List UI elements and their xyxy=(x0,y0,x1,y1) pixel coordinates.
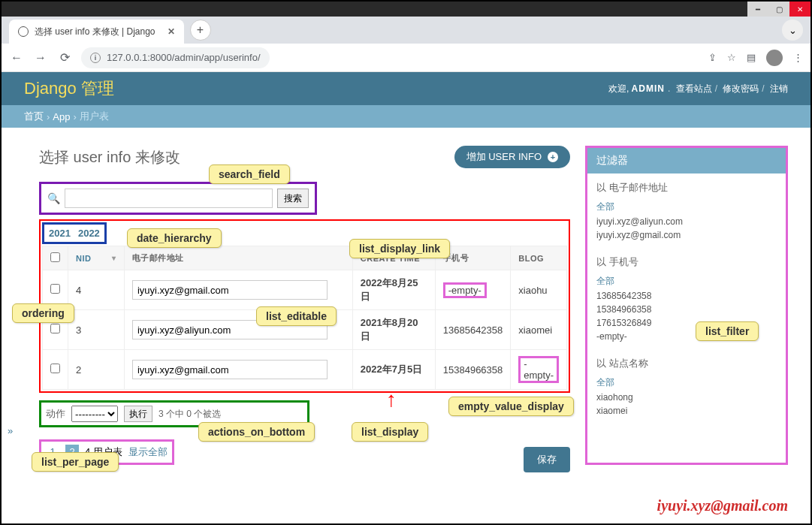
page-content: Django 管理 欢迎, ADMIN. 查看站点/ 修改密码/ 注销 首页› … xyxy=(2,72,810,523)
breadcrumb-app[interactable]: App xyxy=(53,111,70,122)
site-info-icon[interactable]: i xyxy=(90,53,101,63)
filter-item[interactable]: 13685642358 xyxy=(596,291,777,301)
reading-list-icon[interactable]: ▤ xyxy=(747,52,756,63)
th-blog[interactable]: BLOG xyxy=(511,246,567,270)
email-field[interactable] xyxy=(132,320,328,339)
table-row: 2 2022年7月5日 15384966358 -empty- xyxy=(43,350,567,390)
show-all-link[interactable]: 显示全部 xyxy=(128,445,168,459)
brand-title: Django 管理 xyxy=(24,77,114,100)
new-tab-button[interactable]: + xyxy=(190,20,211,41)
url-text: 127.0.0.1:8000/admin/app/userinfo/ xyxy=(107,52,261,63)
phone-cell: -empty- xyxy=(443,282,487,298)
date-hierarchy-year[interactable]: 2021 xyxy=(49,228,71,239)
url-box[interactable]: i 127.0.0.1:8000/admin/app/userinfo/ xyxy=(81,47,270,68)
date-hierarchy: 2021 2022 xyxy=(42,222,107,244)
globe-icon xyxy=(18,26,29,37)
filter-title: 过滤器 xyxy=(587,148,786,173)
share-icon[interactable]: ⇪ xyxy=(708,52,717,63)
th-email[interactable]: 电子邮件地址 xyxy=(124,246,352,270)
search-input[interactable] xyxy=(65,189,273,208)
row-checkbox[interactable] xyxy=(50,364,60,373)
profile-avatar-icon[interactable] xyxy=(766,50,783,66)
actions-go-button[interactable]: 执行 xyxy=(124,406,152,422)
window-minimize-button[interactable]: ━ xyxy=(747,2,768,17)
filter-item[interactable]: 15384966358 xyxy=(596,304,777,315)
address-bar: ← → ⟳ i 127.0.0.1:8000/admin/app/userinf… xyxy=(2,44,810,72)
page-title: 选择 user info 来修改 xyxy=(39,147,180,167)
date-hierarchy-year[interactable]: 2022 xyxy=(78,228,100,239)
pagination-total: 4 用户表 xyxy=(85,445,122,459)
nav-back-icon[interactable]: ← xyxy=(9,51,24,65)
breadcrumb-home[interactable]: 首页 xyxy=(24,110,44,123)
sidebar-toggle-icon[interactable]: » xyxy=(8,425,13,436)
actions-label: 动作 xyxy=(46,407,65,421)
filter-by-site: 以 站点名称 xyxy=(596,357,777,370)
sort-caret-icon: ▾ xyxy=(112,254,116,262)
filter-item[interactable]: xiaohong xyxy=(596,392,777,403)
view-site-link[interactable]: 查看站点 xyxy=(676,83,712,94)
row-checkbox[interactable] xyxy=(50,284,60,294)
browser-tab[interactable]: 选择 user info 来修改 | Django ✕ xyxy=(9,20,184,44)
user-links: 欢迎, ADMIN. 查看站点/ 修改密码/ 注销 xyxy=(608,83,788,95)
breadcrumb-current: 用户表 xyxy=(80,110,109,123)
filter-sidebar: 过滤器 以 电子邮件地址 全部 iyuyi.xyz@aliyun.com iyu… xyxy=(585,146,788,465)
phone-cell: 15384966358 xyxy=(435,350,511,390)
save-button[interactable]: 保存 xyxy=(524,447,570,472)
filter-by-phone: 以 手机号 xyxy=(596,255,777,269)
bookmark-icon[interactable]: ☆ xyxy=(727,52,736,63)
blog-cell: -empty- xyxy=(518,356,559,383)
cell-nid: 2 xyxy=(68,350,125,390)
page-number[interactable]: 1 xyxy=(46,445,59,460)
breadcrumb: 首页› App› 用户表 xyxy=(2,105,810,128)
actions-count: 3 个中 0 个被选 xyxy=(158,408,221,421)
filter-item[interactable]: iyuyi.xyz@gmail.com xyxy=(596,230,777,240)
tab-dropdown-button[interactable]: ⌄ xyxy=(782,20,803,41)
email-field[interactable] xyxy=(132,280,328,300)
th-phone[interactable]: 手机号 xyxy=(435,246,511,270)
logout-link[interactable]: 注销 xyxy=(770,83,788,94)
filter-item[interactable]: -empty- xyxy=(596,331,777,342)
changelist-table: NID ▾ 电子邮件地址 CREATE TIME 手机号 BLOG xyxy=(42,246,567,390)
window-maximize-button[interactable]: ▢ xyxy=(768,2,789,17)
titlebar: ━ ▢ ✕ xyxy=(2,2,810,17)
window-close-button[interactable]: ✕ xyxy=(789,2,810,17)
filter-all-link[interactable]: 全部 xyxy=(596,201,777,213)
search-button[interactable]: 搜索 xyxy=(277,189,309,208)
phone-cell: 13685642358 xyxy=(435,310,511,350)
cell-nid: 3 xyxy=(68,310,125,350)
tab-close-icon[interactable]: ✕ xyxy=(168,26,175,37)
watermark: iyuyi.xyz@gmail.com xyxy=(657,497,788,514)
create-time-link[interactable]: 2022年7月5日 xyxy=(361,364,422,375)
actions-select[interactable]: --------- xyxy=(71,406,118,422)
search-box: 🔍 搜索 xyxy=(39,182,317,215)
filter-all-link[interactable]: 全部 xyxy=(596,376,777,389)
row-checkbox[interactable] xyxy=(50,324,60,333)
select-all-checkbox[interactable] xyxy=(50,252,60,262)
add-user-button[interactable]: 增加 USER INFO + xyxy=(454,146,570,168)
actions-bar: 动作 --------- 执行 3 个中 0 个被选 xyxy=(39,400,309,427)
page-number-current[interactable]: 2 xyxy=(65,445,79,460)
search-icon: 🔍 xyxy=(47,192,60,204)
th-nid[interactable]: NID ▾ xyxy=(76,254,116,263)
filter-item[interactable]: iyuyi.xyz@aliyun.com xyxy=(596,216,777,227)
pagination: 1 2 4 用户表 显示全部 xyxy=(39,439,174,465)
change-password-link[interactable]: 修改密码 xyxy=(723,83,759,94)
welcome-text: 欢迎, xyxy=(608,83,629,94)
nav-forward-icon[interactable]: → xyxy=(33,51,48,65)
blog-cell: xiaomei xyxy=(511,310,567,350)
filter-item[interactable]: 17615326849 xyxy=(596,318,777,328)
filter-all-link[interactable]: 全部 xyxy=(596,275,777,288)
th-create[interactable]: CREATE TIME xyxy=(352,246,435,270)
username-link[interactable]: ADMIN xyxy=(632,83,665,94)
tab-title: 选择 user info 来修改 | Django xyxy=(35,26,155,38)
email-field[interactable] xyxy=(132,360,328,379)
create-time-link[interactable]: 2021年8月20日 xyxy=(361,317,418,342)
add-user-label: 增加 USER INFO xyxy=(466,150,542,164)
browser-tabs: 选择 user info 来修改 | Django ✕ + ⌄ xyxy=(2,17,810,44)
main-column: 选择 user info 来修改 增加 USER INFO + 🔍 搜索 202… xyxy=(39,146,570,465)
filter-by-email: 以 电子邮件地址 xyxy=(596,181,777,195)
menu-icon[interactable]: ⋮ xyxy=(793,52,803,63)
nav-reload-icon[interactable]: ⟳ xyxy=(57,50,72,65)
create-time-link[interactable]: 2022年8月25日 xyxy=(361,277,418,302)
filter-item[interactable]: xiaomei xyxy=(596,406,777,416)
